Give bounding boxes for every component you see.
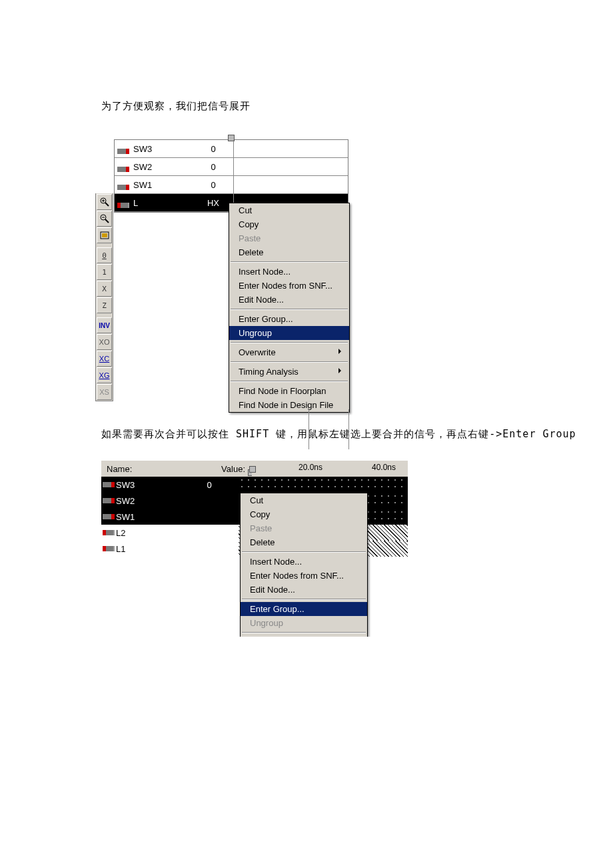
signal-value: 0	[193, 180, 233, 190]
menu-item[interactable]: Ungroup	[229, 326, 349, 340]
menu-item[interactable]: Enter Group...	[229, 312, 349, 326]
paragraph-1: 为了方便观察，我们把信号展开	[101, 0, 613, 113]
signal-name: L2	[116, 528, 180, 538]
menu-item[interactable]: Overwrite	[229, 345, 349, 359]
waveform[interactable]	[233, 140, 348, 157]
time-ruler[interactable]: 20.0ns 40.0ns	[252, 461, 408, 477]
input-pin-icon	[103, 514, 115, 519]
signal-name: L	[132, 198, 193, 208]
menu-item[interactable]: Delete	[229, 245, 349, 259]
input-pin-icon	[117, 167, 129, 172]
xs-button[interactable]: XS	[97, 384, 112, 400]
context-menu: CutCopyPasteDeleteInsert Node...Enter No…	[229, 203, 350, 413]
waveform[interactable]	[233, 158, 348, 175]
column-value: Value:	[187, 464, 252, 474]
set-x-button[interactable]: X	[97, 281, 112, 297]
menu-item[interactable]: Edit Node...	[241, 583, 367, 597]
output-pin-icon	[117, 203, 129, 208]
submenu-arrow-icon	[338, 349, 344, 354]
output-pin-icon	[103, 546, 115, 551]
signal-value: HX	[193, 198, 233, 208]
signal-value: 0	[193, 144, 233, 154]
table-header: Name: Value: 20.0ns 40.0ns	[101, 461, 408, 477]
ruler-handle-icon[interactable]	[249, 466, 256, 473]
screenshot-ungroup: 0 1 X Z INV XO XC XG XS SW3 0 SW2 0	[95, 139, 348, 401]
xo-button[interactable]: XO	[97, 334, 112, 350]
signal-row[interactable]: SW3 0	[115, 140, 348, 158]
input-pin-icon	[117, 185, 129, 190]
signal-name: SW2	[132, 162, 193, 172]
menu-item[interactable]: Edit Node...	[229, 293, 349, 307]
signal-value: 0	[193, 162, 233, 172]
screenshot-enter-group: Name: Value: 20.0ns 40.0ns SW30SW2SW1L2L…	[101, 461, 408, 557]
menu-item[interactable]: Cut	[229, 203, 349, 217]
signal-list: SW3 0 SW2 0 SW1 0 L HX	[114, 139, 348, 213]
menu-item[interactable]: Timing Analysis	[229, 365, 349, 379]
timeline-guides	[229, 409, 348, 449]
column-name: Name:	[101, 464, 187, 474]
signal-name: SW1	[116, 512, 180, 522]
input-pin-icon	[103, 482, 115, 487]
svg-line-5	[105, 219, 109, 223]
ruler-tick: 40.0ns	[372, 463, 396, 472]
menu-item: Ungroup	[241, 616, 367, 630]
zoom-out-icon[interactable]	[97, 211, 112, 227]
signal-row[interactable]: SW2 0	[115, 158, 348, 176]
menu-item[interactable]: Find Node in Floorplan	[229, 384, 349, 398]
signal-row[interactable]: SW1 0	[115, 176, 348, 194]
waveform[interactable]	[233, 176, 348, 193]
menu-item: Paste	[229, 231, 349, 245]
menu-item[interactable]: Insert Node...	[241, 555, 367, 569]
set-1-button[interactable]: 1	[97, 264, 112, 280]
signal-value: 0	[180, 480, 239, 490]
signal-name: SW3	[116, 480, 180, 490]
signal-row[interactable]: SW30	[101, 477, 408, 493]
fit-icon[interactable]	[97, 227, 112, 243]
menu-item[interactable]: Enter Group...	[241, 602, 367, 616]
menu-item[interactable]: Insert Node...	[229, 265, 349, 279]
ruler-tick: 20.0ns	[299, 463, 322, 472]
context-menu: CutCopyPasteDeleteInsert Node...Enter No…	[240, 493, 368, 637]
signal-name: SW1	[132, 180, 193, 190]
waveform[interactable]	[239, 477, 408, 493]
inv-button[interactable]: INV	[97, 317, 112, 333]
set-0-button[interactable]: 0	[97, 247, 112, 263]
paragraph-2: 如果需要再次合并可以按住 SHIFT 键，用鼠标左键选上要合并的信号，再点右键-…	[101, 428, 613, 441]
menu-item: Paste	[241, 521, 367, 535]
signal-name: SW3	[132, 144, 193, 154]
menu-item[interactable]: Delete	[241, 535, 367, 549]
menu-item[interactable]: Copy	[229, 217, 349, 231]
svg-rect-8	[102, 233, 107, 237]
menu-item[interactable]: Overwrite	[241, 635, 367, 637]
svg-line-1	[105, 203, 109, 206]
submenu-arrow-icon	[338, 368, 344, 373]
signal-name: SW2	[116, 496, 180, 506]
output-pin-icon	[103, 530, 115, 535]
input-pin-icon	[103, 498, 115, 503]
input-pin-icon	[117, 149, 129, 154]
menu-item[interactable]: Enter Nodes from SNF...	[229, 279, 349, 293]
menu-item[interactable]: Copy	[241, 507, 367, 521]
xg-button[interactable]: XG	[97, 367, 112, 383]
zoom-in-icon[interactable]	[97, 194, 112, 210]
set-z-button[interactable]: Z	[97, 297, 112, 313]
menu-item[interactable]: Enter Nodes from SNF...	[241, 569, 367, 583]
menu-item[interactable]: Cut	[241, 493, 367, 507]
xc-button[interactable]: XC	[97, 351, 112, 367]
vertical-toolbar: 0 1 X Z INV XO XC XG XS	[95, 193, 113, 401]
signal-name: L1	[116, 544, 180, 554]
